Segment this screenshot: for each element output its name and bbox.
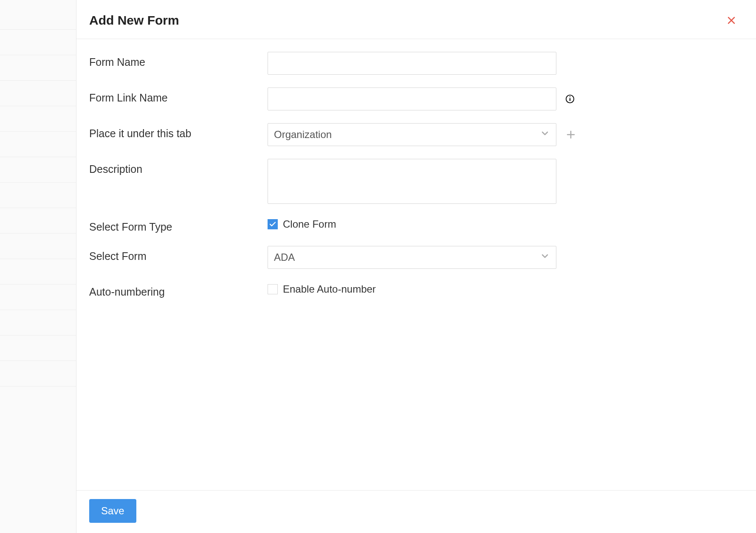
plus-icon bbox=[566, 130, 576, 140]
sidebar-background bbox=[0, 0, 76, 533]
save-button[interactable]: Save bbox=[89, 499, 136, 523]
form-name-row: Form Name bbox=[89, 52, 743, 75]
description-input[interactable] bbox=[268, 159, 556, 204]
tab-label: Place it under this tab bbox=[89, 123, 268, 140]
select-form-label: Select Form bbox=[89, 246, 268, 262]
sidebar-item bbox=[0, 81, 76, 106]
sidebar-items bbox=[0, 0, 76, 386]
sidebar-item bbox=[0, 106, 76, 132]
sidebar-item bbox=[0, 208, 76, 234]
sidebar-item bbox=[0, 234, 76, 259]
clone-form-label: Clone Form bbox=[283, 218, 336, 230]
clone-form-checkbox-wrap: Clone Form bbox=[268, 217, 336, 230]
close-icon bbox=[726, 15, 736, 25]
info-icon[interactable] bbox=[565, 94, 575, 104]
description-label: Description bbox=[89, 159, 268, 175]
sidebar-item bbox=[0, 157, 76, 183]
form-link-name-label: Form Link Name bbox=[89, 87, 268, 104]
form-name-label: Form Name bbox=[89, 52, 268, 68]
check-icon bbox=[269, 220, 276, 228]
svg-point-4 bbox=[570, 96, 570, 97]
form-type-row: Select Form Type Clone Form bbox=[89, 217, 743, 233]
form-name-input[interactable] bbox=[268, 52, 556, 75]
auto-numbering-row: Auto-numbering Enable Auto-number bbox=[89, 282, 743, 298]
sidebar-item bbox=[0, 285, 76, 310]
description-row: Description bbox=[89, 159, 743, 204]
sidebar-item bbox=[0, 132, 76, 157]
form-select[interactable]: ADA bbox=[268, 246, 556, 269]
add-form-dialog: Add New Form Form Name Form Link Name bbox=[76, 0, 756, 533]
sidebar-item bbox=[0, 310, 76, 336]
sidebar-item bbox=[0, 4, 76, 30]
dialog-title: Add New Form bbox=[89, 13, 179, 28]
form-link-name-row: Form Link Name bbox=[89, 87, 743, 110]
form-type-label: Select Form Type bbox=[89, 217, 268, 233]
tab-select[interactable]: Organization bbox=[268, 123, 556, 146]
sidebar-item bbox=[0, 361, 76, 386]
sidebar-item bbox=[0, 259, 76, 285]
sidebar-item bbox=[0, 55, 76, 81]
chevron-down-icon bbox=[540, 251, 550, 264]
enable-auto-checkbox[interactable] bbox=[268, 284, 278, 294]
sidebar-item bbox=[0, 336, 76, 361]
tab-row: Place it under this tab Organization bbox=[89, 123, 743, 146]
dialog-body: Form Name Form Link Name Place it under … bbox=[76, 39, 756, 324]
sidebar-item bbox=[0, 30, 76, 55]
auto-numbering-label: Auto-numbering bbox=[89, 282, 268, 298]
form-link-name-input[interactable] bbox=[268, 87, 556, 110]
close-button[interactable] bbox=[724, 13, 739, 28]
select-form-row: Select Form ADA bbox=[89, 246, 743, 269]
add-tab-button[interactable] bbox=[565, 129, 577, 141]
enable-auto-checkbox-wrap: Enable Auto-number bbox=[268, 282, 376, 295]
tab-selected-value: Organization bbox=[274, 129, 332, 141]
form-selected-value: ADA bbox=[274, 251, 295, 263]
dialog-footer: Save bbox=[76, 490, 756, 533]
clone-form-checkbox[interactable] bbox=[268, 219, 278, 229]
chevron-down-icon bbox=[540, 128, 550, 141]
enable-auto-label: Enable Auto-number bbox=[283, 283, 376, 295]
dialog-header: Add New Form bbox=[76, 0, 756, 39]
sidebar-item bbox=[0, 183, 76, 208]
